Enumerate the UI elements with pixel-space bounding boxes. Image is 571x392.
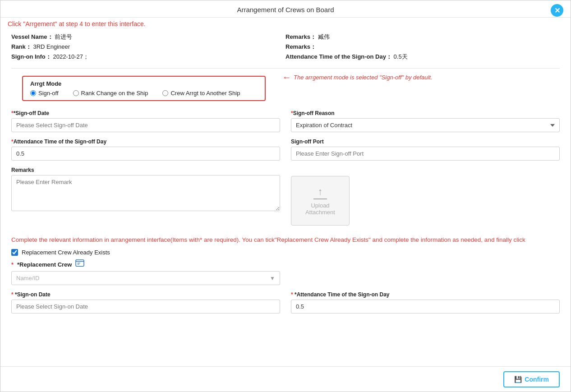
instruction-1: Click "Arrgement" at step 4 to enter thi… bbox=[0, 18, 571, 29]
vessel-name-label: Vessel Name： bbox=[11, 33, 53, 40]
attendance2-col: * *Attendance Time of the Sign-on Day bbox=[291, 291, 560, 314]
vessel-info-section: Vessel Name： 前进号 Rank： 3RD Engineer Sign… bbox=[0, 29, 571, 65]
rank-row: Rank： 3RD Engineer bbox=[11, 43, 286, 51]
sign-on-date-input[interactable] bbox=[11, 300, 280, 314]
vessel-name-value: 前进号 bbox=[55, 33, 72, 40]
upload-label: Upload bbox=[311, 202, 329, 209]
sign-off-reason-label: *Sign-off Reason bbox=[291, 110, 560, 116]
radio-crew-arrgt-label: Crew Arrgt to Another Ship bbox=[170, 90, 240, 97]
upload-attachment-box[interactable]: ↑ Upload Attachment bbox=[291, 176, 350, 226]
attendance-col: *Attendance Time of the Sign-off Day bbox=[11, 138, 280, 161]
remarks-label: Remarks bbox=[11, 167, 280, 173]
radio-rank-change[interactable]: Rank Change on the Ship bbox=[73, 90, 148, 97]
replacement-crew-checkbox-row: Replacement Crew Already Exists bbox=[0, 247, 571, 259]
remarks-right2-label: Remarks： bbox=[286, 43, 316, 50]
chevron-down-icon: ▼ bbox=[270, 275, 275, 281]
attendance-right-label: Attendance Time of the Sign-on Day： bbox=[286, 53, 392, 60]
radio-rank-change-label: Rank Change on the Ship bbox=[81, 90, 148, 97]
form-row-3: Remarks ↑ Upload Attachment bbox=[11, 167, 560, 226]
sign-on-value: 2022-10-27； bbox=[53, 53, 89, 60]
replacement-crew-label-text: *Replacement Crew bbox=[17, 261, 72, 268]
sign-on-date-col: * *Sign-on Date bbox=[11, 291, 280, 314]
remarks-col: Remarks bbox=[11, 167, 280, 212]
sign-off-date-col: **Sign-off Date bbox=[11, 110, 280, 132]
modal-header: Arrangement of Crews on Board ✕ bbox=[0, 0, 571, 18]
req-star-5: * bbox=[11, 291, 14, 298]
close-button[interactable]: ✕ bbox=[551, 4, 563, 17]
arrgt-mode-options: Sign-off Rank Change on the Ship Crew Ar… bbox=[30, 90, 258, 97]
form-row-2: *Attendance Time of the Sign-off Day Sig… bbox=[11, 138, 560, 161]
sign-off-port-label: Sign-off Port bbox=[291, 138, 560, 145]
vessel-name-row: Vessel Name： 前进号 bbox=[11, 33, 286, 41]
sign-on-row: Sign-on Info： 2022-10-27； bbox=[11, 53, 286, 61]
replacement-crew-checkbox-label: Replacement Crew Already Exists bbox=[22, 249, 110, 256]
attendance2-input[interactable] bbox=[291, 300, 560, 314]
upload-arrow-icon: ↑ bbox=[318, 186, 323, 198]
attendance-right-row: Attendance Time of the Sign-on Day： 0.5天 bbox=[286, 53, 560, 61]
radio-rank-change-input[interactable] bbox=[73, 90, 79, 96]
sign-off-reason-select[interactable]: Expiration of Contract Voluntary Resigna… bbox=[291, 118, 560, 132]
arrgt-mode-title: Arrgt Mode bbox=[30, 80, 258, 87]
modal-wrapper: Arrangement of Crews on Board ✕ Click "A… bbox=[0, 0, 571, 392]
replacement-crew-row: * *Replacement Crew Name/ID ▼ bbox=[11, 259, 560, 285]
rank-value: 3RD Engineer bbox=[33, 43, 70, 50]
replacement-crew-section: * *Replacement Crew Name/ID ▼ bbox=[0, 259, 571, 314]
remarks-textarea[interactable] bbox=[11, 175, 280, 211]
confirm-label: Confirm bbox=[525, 376, 549, 383]
replacement-crew-col: * *Replacement Crew Name/ID ▼ bbox=[11, 259, 280, 285]
radio-sign-off-label: Sign-off bbox=[38, 90, 59, 97]
upload-col: ↑ Upload Attachment bbox=[291, 167, 560, 226]
instruction-2: Complete the relevant information in arr… bbox=[0, 232, 571, 247]
form-row-1: **Sign-off Date *Sign-off Reason Expirat… bbox=[11, 110, 560, 132]
remarks-right-row2: Remarks： bbox=[286, 43, 560, 51]
rank-label: Rank： bbox=[11, 43, 32, 50]
req-star-6: * bbox=[291, 291, 293, 298]
radio-sign-off-input[interactable] bbox=[30, 90, 36, 96]
replacement-crew-label-row: * *Replacement Crew bbox=[11, 259, 280, 269]
sign-on-date-label: * *Sign-on Date bbox=[11, 291, 280, 298]
arrgt-mode-hint-text: The arrgement mode is selected "Sign-off… bbox=[294, 74, 433, 81]
replacement-crew-search-button[interactable] bbox=[75, 259, 84, 269]
sign-on-row-bottom: * *Sign-on Date * *Attendance Time of th… bbox=[11, 291, 560, 314]
radio-sign-off[interactable]: Sign-off bbox=[30, 90, 59, 97]
attendance-label: *Attendance Time of the Sign-off Day bbox=[11, 138, 280, 145]
sign-off-port-input[interactable] bbox=[291, 147, 560, 161]
attendance2-label: * *Attendance Time of the Sign-on Day bbox=[291, 291, 560, 298]
divider-1 bbox=[11, 68, 560, 69]
arrgt-mode-row: Arrgt Mode Sign-off Rank Change on the S… bbox=[11, 72, 560, 106]
remarks-right-label: Remarks： bbox=[286, 33, 316, 40]
search-crew-icon bbox=[75, 259, 84, 267]
replacement-crew-select[interactable]: Name/ID ▼ bbox=[11, 271, 280, 285]
info-right: Remarks： 臧伟 Remarks： Attendance Time of … bbox=[286, 33, 560, 63]
upload-line bbox=[313, 198, 327, 199]
sign-off-date-label: **Sign-off Date bbox=[11, 110, 280, 116]
remarks-right-value: 臧伟 bbox=[318, 33, 330, 40]
arrow-symbol: ← bbox=[282, 72, 291, 83]
form-section: **Sign-off Date *Sign-off Reason Expirat… bbox=[0, 110, 571, 226]
save-icon: 💾 bbox=[514, 376, 522, 383]
attendance-input[interactable] bbox=[11, 147, 280, 161]
arrgt-mode-hint: ← The arrgement mode is selected "Sign-o… bbox=[282, 72, 433, 83]
sign-off-date-input[interactable] bbox=[11, 118, 280, 132]
attendance-right-value: 0.5天 bbox=[394, 53, 408, 60]
sign-off-reason-col: *Sign-off Reason Expiration of Contract … bbox=[291, 110, 560, 132]
req-star-4: * bbox=[11, 261, 14, 268]
confirm-button[interactable]: 💾 Confirm bbox=[503, 371, 560, 387]
sign-off-port-col: Sign-off Port bbox=[291, 138, 560, 161]
replacement-crew-checkbox[interactable] bbox=[11, 249, 18, 256]
modal-title: Arrangement of Crews on Board bbox=[237, 6, 334, 14]
replacement-crew-placeholder: Name/ID bbox=[16, 275, 39, 281]
radio-crew-arrgt-input[interactable] bbox=[162, 90, 168, 96]
upload-attachment-label: Attachment bbox=[305, 209, 335, 216]
sign-on-label: Sign-on Info： bbox=[11, 53, 51, 60]
info-left: Vessel Name： 前进号 Rank： 3RD Engineer Sign… bbox=[11, 33, 286, 63]
bottom-bar: 💾 Confirm bbox=[0, 366, 571, 392]
remarks-right-row1: Remarks： 臧伟 bbox=[286, 33, 560, 41]
arrgt-mode-box: Arrgt Mode Sign-off Rank Change on the S… bbox=[22, 76, 266, 101]
radio-crew-arrgt[interactable]: Crew Arrgt to Another Ship bbox=[162, 90, 240, 97]
